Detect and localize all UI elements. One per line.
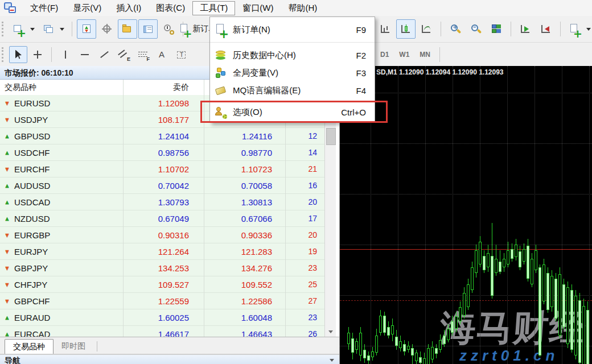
menubar-item-window[interactable]: 窗口(W) <box>235 1 281 15</box>
table-row-nzdusd[interactable]: ▲NZDUSD0.670490.6706617 <box>0 210 324 227</box>
menubar-item-tools[interactable]: 工具(T) <box>192 1 235 15</box>
table-row-gbpjpy[interactable]: ▼GBPJPY134.253134.27623 <box>0 260 324 276</box>
scrollbar-thumb[interactable] <box>326 128 336 145</box>
scrollbar-down-icon[interactable] <box>328 330 333 333</box>
bid-cell: 0.90316 <box>123 230 189 240</box>
hline-button[interactable] <box>76 46 94 63</box>
table-row-chfjpy[interactable]: ▼CHFJPY109.527109.55225 <box>0 276 324 293</box>
tester-icon <box>162 23 175 35</box>
new-chart-button[interactable] <box>9 19 28 39</box>
icon-part <box>401 25 410 33</box>
toolbar-line-studies-left <box>9 46 191 63</box>
market-watch-scrollbar[interactable] <box>324 95 336 337</box>
data-window-button[interactable] <box>97 19 117 39</box>
menubar-item-insert[interactable]: 插入(I) <box>109 1 149 15</box>
symbol-cell: EURAUD <box>14 313 50 322</box>
indicators-button[interactable] <box>565 19 585 39</box>
zoom-out-icon <box>470 23 482 35</box>
toolbar-grip[interactable] <box>2 47 7 62</box>
new-order-button[interactable]: 新订单 <box>188 19 207 39</box>
table-row-gbpchf[interactable]: ▼GBPCHF1.225591.2258627 <box>0 293 324 309</box>
column-header[interactable]: 卖价 <box>123 80 189 95</box>
ask-cell: 109.552 <box>204 280 272 289</box>
table-row-gbpusd[interactable]: ▲GBPUSD1.241041.2411612 <box>0 128 324 144</box>
icon-part <box>9 6 16 13</box>
menu-item-label: MQ语言编辑器(E) <box>233 85 356 96</box>
candle-chart-button[interactable] <box>396 19 416 39</box>
table-row-eurgbp[interactable]: ▼EURGBP0.903160.9033620 <box>0 227 324 243</box>
auto-scroll-button[interactable] <box>516 19 535 39</box>
market-watch-button[interactable] <box>77 19 96 39</box>
candle-chart-icon <box>400 23 412 35</box>
spread-cell: 23 <box>285 313 317 322</box>
ask-cell: 0.70058 <box>204 181 272 191</box>
vline-button[interactable] <box>56 46 75 63</box>
chart-ohlc-title: SD,M1 1.12090 1.12094 1.12090 1.12093 <box>376 68 504 76</box>
crosshair-button[interactable] <box>28 46 47 63</box>
timeframe-w1-button[interactable]: W1 <box>394 48 414 61</box>
line-chart-button[interactable] <box>417 19 436 39</box>
candle-body <box>538 267 541 355</box>
column-header[interactable]: 交易品种 <box>5 80 118 95</box>
table-row-euraud[interactable]: ▲EURAUD1.600251.6004823 <box>0 309 324 326</box>
terminal-button[interactable] <box>138 19 158 39</box>
table-row-eurjpy[interactable]: ▼EURJPY121.264121.28319 <box>0 243 324 260</box>
table-row-audusd[interactable]: ▲AUDUSD0.700420.7005816 <box>0 177 324 194</box>
tile-button[interactable] <box>487 19 506 39</box>
chart-shift-button[interactable] <box>536 19 556 39</box>
new-chart-icon <box>13 23 25 35</box>
timeframe-d1-button[interactable]: D1 <box>376 48 393 61</box>
table-row-eurchf[interactable]: ▼EURCHF1.107021.1072321 <box>0 161 324 177</box>
zoom-out-button[interactable] <box>466 19 486 39</box>
tester-button[interactable] <box>159 19 178 39</box>
label-button[interactable] <box>172 46 191 63</box>
up-arrow-icon: ▲ <box>4 133 10 139</box>
menubar-item-view[interactable]: 显示(V) <box>65 1 109 15</box>
tile-icon <box>490 23 503 35</box>
icon-part <box>381 25 389 33</box>
menubar-item-file[interactable]: 文件(F) <box>23 1 65 15</box>
menu-item-mq-editor[interactable]: MQ语言编辑器(E)F4 <box>210 82 375 100</box>
bid-cell: 1.22559 <box>123 296 189 306</box>
toolbar-grip[interactable] <box>2 22 7 36</box>
dropdown-caret-icon[interactable] <box>60 28 64 31</box>
icon-part <box>457 29 461 34</box>
navigator-bar[interactable]: 导航 <box>0 354 339 364</box>
timeframe-mn-button[interactable]: MN <box>415 48 435 61</box>
channel-button[interactable] <box>114 46 133 63</box>
candle-body <box>566 287 569 344</box>
table-row-eurcad[interactable]: ▲EURCAD1.466171.4664326 <box>0 326 324 337</box>
text-button[interactable] <box>153 46 171 63</box>
menu-item-new-order[interactable]: 新订单(N)F9 <box>210 21 375 38</box>
toolbar-separator <box>511 22 511 36</box>
cursor-button[interactable] <box>9 46 27 63</box>
fibo-button[interactable] <box>134 46 152 63</box>
collapse-chevron-icon[interactable] <box>330 359 334 362</box>
candle-body <box>419 357 422 363</box>
profiles-button[interactable] <box>39 19 58 39</box>
dropdown-caret-icon[interactable] <box>586 28 591 31</box>
candle-body <box>431 347 434 359</box>
menu-item-global-variables[interactable]: 全局变量(V)F3 <box>210 64 375 82</box>
menu-item-shortcut: F3 <box>356 68 366 78</box>
dropdown-caret-icon[interactable] <box>30 28 35 31</box>
menu-item-label: 新订单(N) <box>233 24 356 35</box>
table-row-usdchf[interactable]: ▲USDCHF0.987560.9877014 <box>0 144 324 161</box>
menubar-item-charts[interactable]: 图表(C) <box>149 1 192 15</box>
toolbar-separator <box>439 47 440 62</box>
menubar-item-help[interactable]: 帮助(H) <box>281 1 324 15</box>
navigator-bar-label: 导航 <box>5 356 20 364</box>
trend-button[interactable] <box>95 46 113 63</box>
symbol-cell: EURJPY <box>14 247 48 257</box>
candle-body <box>451 321 454 333</box>
ask-cell: 134.276 <box>204 263 272 273</box>
menu-item-history-center[interactable]: 历史数据中心(H)F2 <box>210 47 375 64</box>
tab-tick-chart[interactable]: 即时图 <box>54 339 93 354</box>
bar-chart-button[interactable] <box>376 19 395 39</box>
zoom-in-button[interactable] <box>446 19 465 39</box>
tab-symbols[interactable]: 交易品种 <box>5 339 54 354</box>
navigator-button[interactable] <box>118 19 137 39</box>
table-row-usdcad[interactable]: ▲USDCAD1.307931.3081320 <box>0 194 324 210</box>
candle-body <box>578 300 581 363</box>
down-arrow-icon: ▼ <box>4 232 10 238</box>
